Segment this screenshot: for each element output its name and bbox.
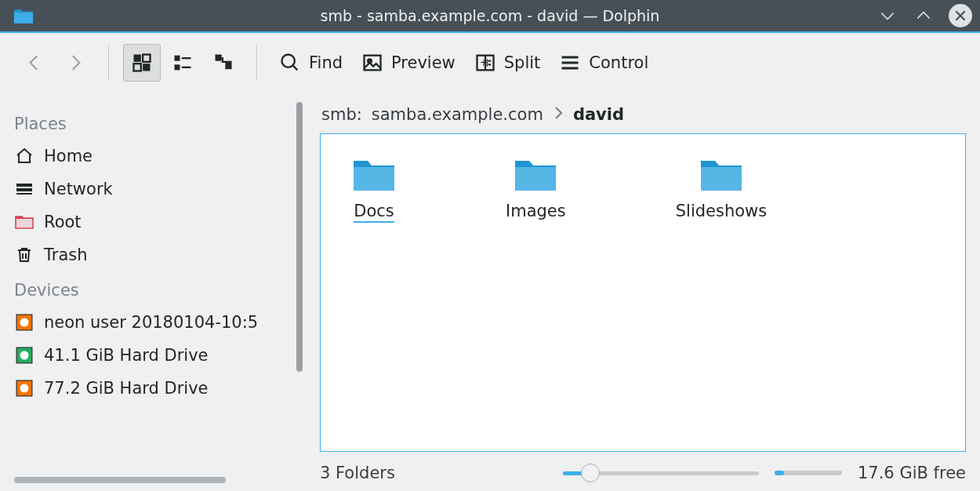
forward-button[interactable] bbox=[56, 44, 94, 82]
svg-rect-3 bbox=[143, 64, 150, 71]
zoom-slider[interactable] bbox=[563, 465, 759, 481]
svg-rect-6 bbox=[175, 64, 180, 70]
disk-icon bbox=[14, 345, 34, 366]
svg-text:+: + bbox=[480, 57, 488, 68]
compact-view-button[interactable] bbox=[164, 44, 201, 82]
folder-icon bbox=[352, 156, 396, 194]
breadcrumb-scheme[interactable]: smb: bbox=[321, 105, 362, 124]
preview-label: Preview bbox=[391, 53, 456, 72]
sidebar-item-home[interactable]: Home bbox=[0, 140, 298, 173]
disk-usage-meter bbox=[775, 471, 842, 475]
disk-icon bbox=[14, 378, 34, 398]
maximize-button[interactable] bbox=[913, 5, 935, 27]
sidebar-item-label: neon user 20180104-10:5 bbox=[44, 313, 258, 332]
sidebar-item-trash[interactable]: Trash bbox=[0, 238, 298, 271]
svg-rect-19 bbox=[16, 193, 32, 195]
breadcrumb-leaf[interactable]: david bbox=[573, 105, 624, 124]
sidebar-item-root[interactable]: Root bbox=[0, 205, 298, 238]
svg-point-21 bbox=[20, 318, 29, 327]
places-panel: Places Home Network Root Trash Devices bbox=[0, 94, 298, 491]
folder-item[interactable]: Slideshows bbox=[676, 156, 767, 220]
window-title: smb - samba.example.com - david — Dolphi… bbox=[0, 7, 980, 24]
folder-name: Slideshows bbox=[676, 202, 767, 220]
folder-name: Images bbox=[506, 202, 566, 220]
close-button[interactable] bbox=[949, 4, 972, 27]
details-view-button[interactable] bbox=[205, 44, 242, 82]
statusbar: 3 Folders 17.6 GiB free bbox=[320, 461, 966, 491]
app-folder-icon bbox=[13, 7, 34, 24]
folder-icon bbox=[514, 156, 557, 194]
breadcrumb[interactable]: smb: samba.example.com david bbox=[320, 94, 966, 133]
root-folder-icon bbox=[14, 212, 34, 232]
sidebar-item-device[interactable]: 77.2 GiB Hard Drive bbox=[0, 372, 298, 405]
find-button[interactable]: Find bbox=[271, 44, 350, 82]
titlebar: smb - samba.example.com - david — Dolphi… bbox=[0, 0, 980, 33]
svg-rect-18 bbox=[16, 188, 32, 191]
chevron-right-icon bbox=[553, 105, 564, 124]
back-button[interactable] bbox=[16, 44, 53, 82]
svg-rect-0 bbox=[134, 55, 141, 62]
preview-button[interactable]: Preview bbox=[354, 44, 463, 82]
folder-item[interactable]: Docs bbox=[352, 156, 396, 223]
toolbar-separator bbox=[108, 45, 109, 81]
svg-rect-5 bbox=[182, 57, 191, 59]
svg-point-23 bbox=[20, 351, 29, 360]
places-header: Places bbox=[0, 105, 298, 140]
svg-point-12 bbox=[282, 55, 295, 67]
svg-rect-4 bbox=[175, 56, 180, 61]
svg-rect-10 bbox=[222, 61, 232, 63]
sidebar-item-label: Network bbox=[44, 180, 113, 198]
toolbar-separator bbox=[256, 45, 257, 81]
window-controls bbox=[877, 4, 972, 27]
folder-name: Docs bbox=[354, 202, 394, 223]
sidebar-item-label: 41.1 GiB Hard Drive bbox=[44, 346, 209, 365]
svg-point-25 bbox=[20, 384, 29, 393]
sidebar-item-device[interactable]: 41.1 GiB Hard Drive bbox=[0, 339, 298, 372]
split-button[interactable]: + Split bbox=[466, 44, 549, 82]
svg-rect-7 bbox=[182, 67, 191, 68]
svg-rect-8 bbox=[216, 55, 222, 61]
icons-view-button[interactable] bbox=[123, 44, 161, 82]
split-label: Split bbox=[504, 53, 541, 72]
devices-header: Devices bbox=[0, 271, 298, 306]
sidebar-item-device[interactable]: neon user 20180104-10:5 bbox=[0, 306, 298, 339]
sidebar-item-label: 77.2 GiB Hard Drive bbox=[44, 379, 209, 398]
split-icon: + bbox=[474, 52, 496, 74]
sidebar-item-network[interactable]: Network bbox=[0, 173, 298, 205]
svg-rect-17 bbox=[16, 184, 32, 187]
svg-rect-9 bbox=[222, 57, 223, 61]
sidebar-item-label: Home bbox=[44, 147, 93, 165]
image-icon bbox=[361, 52, 383, 74]
search-icon bbox=[279, 52, 301, 74]
breadcrumb-host[interactable]: samba.example.com bbox=[372, 105, 543, 124]
svg-rect-11 bbox=[225, 63, 231, 69]
status-summary: 3 Folders bbox=[320, 464, 395, 482]
trash-icon bbox=[14, 245, 34, 265]
folder-icon bbox=[699, 156, 743, 194]
sidebar-item-label: Trash bbox=[44, 246, 88, 264]
home-icon bbox=[14, 146, 34, 166]
sidebar-item-label: Root bbox=[44, 213, 82, 231]
svg-rect-13 bbox=[365, 56, 381, 71]
control-label: Control bbox=[589, 53, 648, 72]
main-panel: smb: samba.example.com david Docs Images bbox=[298, 94, 980, 491]
network-icon bbox=[14, 179, 34, 199]
minimize-button[interactable] bbox=[877, 5, 898, 27]
find-label: Find bbox=[309, 53, 343, 72]
disk-icon bbox=[14, 312, 34, 333]
file-view[interactable]: Docs Images Slideshows bbox=[320, 133, 966, 452]
sidebar-horizontal-scrollbar[interactable] bbox=[14, 477, 226, 483]
toolbar: Find Preview + Split Control bbox=[0, 33, 980, 93]
control-button[interactable]: Control bbox=[551, 44, 656, 82]
svg-rect-1 bbox=[143, 55, 150, 62]
folder-item[interactable]: Images bbox=[506, 156, 566, 220]
free-space-label: 17.6 GiB free bbox=[858, 464, 966, 482]
svg-rect-2 bbox=[134, 64, 141, 71]
hamburger-icon bbox=[559, 52, 581, 74]
